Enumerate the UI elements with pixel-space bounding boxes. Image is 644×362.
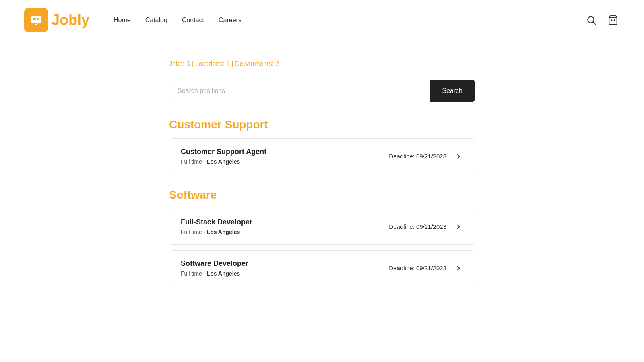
job-type: Full time: [181, 270, 202, 277]
job-location: Los Angeles: [207, 270, 240, 277]
job-title: Full-Stack Developer: [181, 218, 252, 226]
job-type: Full time: [181, 158, 202, 165]
job-meta: Full time · Los Angeles: [181, 229, 252, 235]
header: Jobly Home Catalog Contact Careers: [0, 0, 644, 40]
main-content: Jobs: 3 | Locations: 1 | Departments: 2 …: [169, 40, 475, 333]
logo-text: Jobly: [52, 12, 89, 29]
svg-rect-2: [33, 18, 36, 20]
chevron-right-icon: [454, 152, 463, 161]
job-right: Deadline: 09/21/2023: [389, 222, 463, 232]
job-deadline: Deadline: 09/21/2023: [389, 223, 446, 230]
nav-home[interactable]: Home: [114, 16, 131, 24]
deadline-date: 09/21/2023: [416, 265, 446, 272]
deadline-label: Deadline:: [389, 265, 414, 272]
job-card-customer-support-agent[interactable]: Customer Support Agent Full time · Los A…: [169, 138, 475, 174]
job-title: Software Developer: [181, 259, 248, 268]
deadline-date: 09/21/2023: [416, 223, 446, 230]
svg-rect-3: [37, 18, 39, 19]
department-customer-support: Customer Support Customer Support Agent …: [169, 118, 475, 174]
main-nav: Home Catalog Contact Careers: [114, 16, 242, 24]
search-bar: Search: [169, 80, 475, 102]
header-right: [584, 13, 620, 27]
job-info: Full-Stack Developer Full time · Los Ang…: [181, 218, 252, 235]
svg-line-6: [593, 22, 596, 24]
deadline-label: Deadline:: [389, 153, 414, 160]
job-separator: ·: [204, 229, 207, 235]
nav-contact[interactable]: Contact: [182, 16, 204, 24]
search-input[interactable]: [169, 80, 430, 102]
job-meta: Full time · Los Angeles: [181, 270, 248, 277]
chevron-right-icon: [454, 222, 463, 232]
nav-catalog[interactable]: Catalog: [145, 16, 167, 24]
svg-point-5: [588, 16, 594, 23]
job-card-fullstack-developer[interactable]: Full-Stack Developer Full time · Los Ang…: [169, 209, 475, 245]
job-card-software-developer[interactable]: Software Developer Full time · Los Angel…: [169, 250, 475, 286]
job-separator: ·: [204, 158, 207, 165]
svg-rect-4: [37, 19, 39, 20]
search-positions-button[interactable]: Search: [430, 80, 475, 102]
job-info: Software Developer Full time · Los Angel…: [181, 259, 248, 277]
logo-icon: [24, 8, 48, 32]
header-left: Jobly Home Catalog Contact Careers: [24, 8, 242, 32]
job-location: Los Angeles: [207, 158, 240, 165]
departments-list: Customer Support Customer Support Agent …: [169, 118, 475, 286]
job-type: Full time: [181, 229, 202, 235]
svg-rect-1: [31, 16, 41, 23]
chevron-right-icon: [454, 263, 463, 273]
search-icon: [586, 15, 597, 25]
job-title: Customer Support Agent: [181, 148, 266, 156]
job-location: Los Angeles: [207, 229, 240, 235]
nav-careers[interactable]: Careers: [219, 16, 242, 24]
cart-icon: [608, 15, 618, 25]
deadline-label: Deadline:: [389, 223, 414, 230]
cart-button[interactable]: [606, 13, 620, 27]
logo-area: Jobly: [24, 8, 89, 32]
search-button-header[interactable]: [584, 13, 598, 27]
job-right: Deadline: 09/21/2023: [389, 152, 463, 161]
job-deadline: Deadline: 09/21/2023: [389, 153, 446, 160]
deadline-date: 09/21/2023: [416, 153, 446, 160]
department-software: Software Full-Stack Developer Full time …: [169, 189, 475, 286]
job-deadline: Deadline: 09/21/2023: [389, 265, 446, 272]
job-separator: ·: [204, 270, 207, 277]
job-meta: Full time · Los Angeles: [181, 158, 266, 165]
job-info: Customer Support Agent Full time · Los A…: [181, 148, 266, 165]
department-title-software: Software: [169, 189, 475, 202]
job-right: Deadline: 09/21/2023: [389, 263, 463, 273]
department-title-customer-support: Customer Support: [169, 118, 475, 131]
jobs-stats: Jobs: 3 | Locations: 1 | Departments: 2: [169, 60, 475, 68]
